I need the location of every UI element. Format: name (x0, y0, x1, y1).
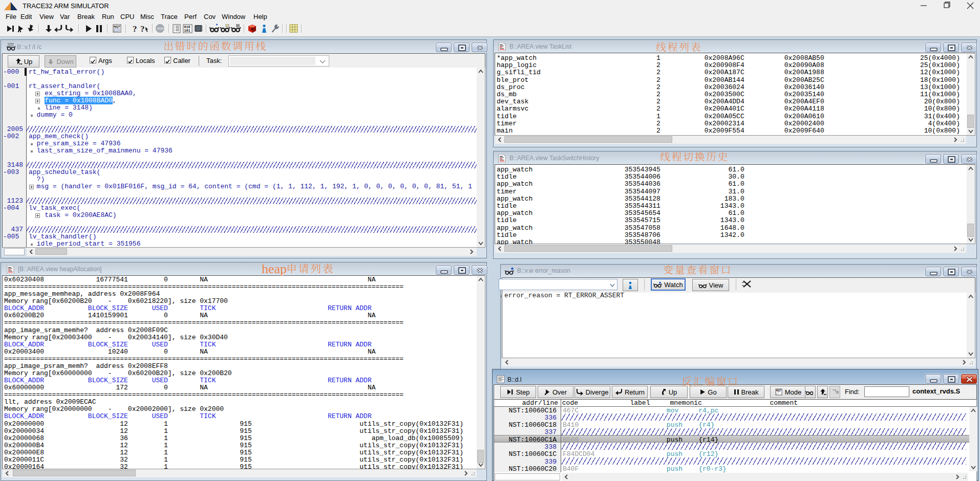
svg-text:010: 010 (184, 26, 190, 29)
svg-text:?: ? (133, 24, 137, 34)
svg-text:?: ? (140, 24, 145, 34)
svg-text:NO?: NO? (114, 25, 120, 28)
svg-text:NO?: NO? (776, 389, 781, 392)
svg-text:101: 101 (184, 29, 190, 33)
svg-text:STOP: STOP (157, 27, 164, 30)
